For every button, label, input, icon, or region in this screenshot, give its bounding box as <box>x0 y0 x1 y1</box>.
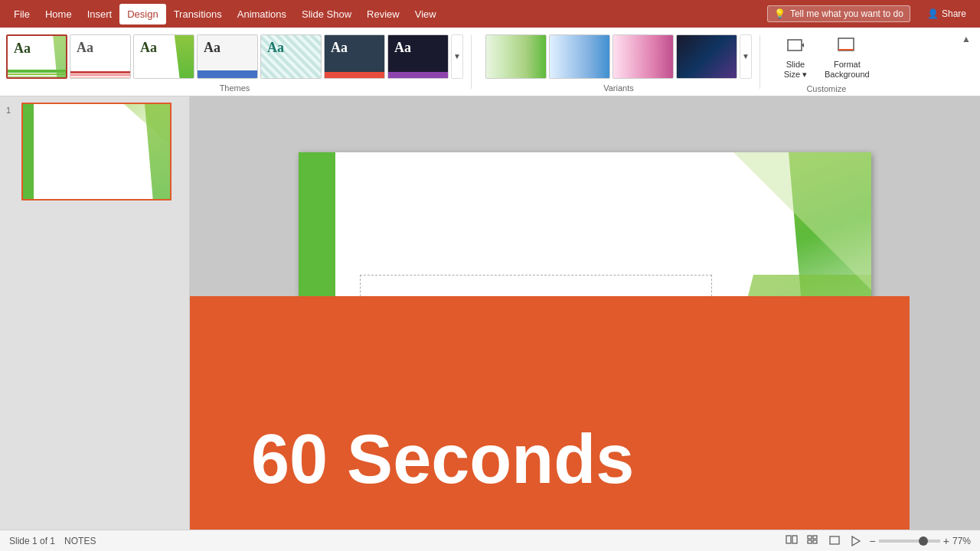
canvas-area: Click to add title subtitle 60 Seconds <box>190 96 980 530</box>
menu-file[interactable]: File <box>6 4 38 24</box>
svg-rect-3 <box>786 536 791 543</box>
svg-rect-0 <box>788 40 802 51</box>
menu-view[interactable]: View <box>407 4 444 24</box>
menu-animations[interactable]: Animations <box>230 4 294 24</box>
menu-transitions[interactable]: Transitions <box>166 4 230 24</box>
format-background-icon <box>835 34 859 58</box>
menu-design[interactable]: Design <box>119 4 165 24</box>
ribbon-collapse-button[interactable]: ▲ <box>959 32 974 46</box>
menu-bar: File Home Insert Design Transitions Anim… <box>0 0 980 28</box>
variant-4[interactable] <box>676 34 737 79</box>
svg-rect-4 <box>792 536 797 543</box>
svg-rect-1 <box>838 38 854 51</box>
search-label[interactable]: Tell me what you want to do <box>790 8 903 19</box>
slide-info: Slide 1 of 1 <box>9 536 55 546</box>
theme-6[interactable]: Aa <box>324 34 385 79</box>
ribbon: Aa Aa Aa <box>0 28 980 96</box>
theme-2[interactable]: Aa <box>70 34 131 79</box>
main-area: 1 Click to add title subti <box>0 96 980 530</box>
status-right: − + 77% <box>784 533 971 549</box>
share-label: Share <box>942 8 966 19</box>
format-background-label: FormatBackground <box>825 60 870 80</box>
zoom-slider[interactable] <box>879 540 940 543</box>
slide-item-1[interactable]: 1 <box>6 103 183 201</box>
theme-7[interactable]: Aa <box>387 34 449 79</box>
menu-insert[interactable]: Insert <box>80 4 120 24</box>
svg-rect-9 <box>830 536 839 544</box>
search-box[interactable]: 💡 Tell me what you want to do <box>767 5 910 22</box>
themes-label: Themes <box>6 83 463 93</box>
zoom-level[interactable]: 77% <box>952 536 971 546</box>
slide-number: 1 <box>6 106 17 115</box>
status-left: Slide 1 of 1 NOTES <box>9 536 96 546</box>
themes-scroll-down[interactable]: ▼ <box>451 34 463 79</box>
themes-section: Aa Aa Aa <box>6 28 463 96</box>
zoom-in-icon[interactable]: + <box>943 535 949 547</box>
zoom-control: − + 77% <box>870 535 971 547</box>
theme-1[interactable]: Aa <box>6 34 67 79</box>
slide-size-label: SlideSize ▾ <box>784 60 807 80</box>
menu-home[interactable]: Home <box>38 4 80 24</box>
svg-rect-8 <box>813 540 817 543</box>
orange-overlay: 60 Seconds <box>190 296 910 530</box>
notes-label[interactable]: NOTES <box>64 536 96 546</box>
format-background-button[interactable]: FormatBackground <box>818 31 876 83</box>
slide-sorter-icon[interactable] <box>805 533 821 549</box>
variants-row: ▼ <box>485 31 752 82</box>
variants-label: Variants <box>485 83 752 93</box>
canvas-corner-shape <box>733 152 871 290</box>
customize-buttons: SlideSize ▾ FormatBackground <box>777 31 876 83</box>
slide-panel: 1 <box>0 96 190 530</box>
variants-section: ▼ Variants <box>485 28 752 96</box>
slide-size-button[interactable]: SlideSize ▾ <box>777 31 814 83</box>
zoom-thumb <box>919 536 928 546</box>
status-bar: Slide 1 of 1 NOTES − + 77% <box>0 530 980 551</box>
slide-size-icon <box>783 34 808 58</box>
themes-row: Aa Aa Aa <box>6 31 463 82</box>
svg-rect-2 <box>838 49 854 51</box>
svg-rect-5 <box>808 536 812 539</box>
customize-label: Customize <box>806 84 846 93</box>
normal-view-icon[interactable] <box>784 533 799 549</box>
svg-rect-7 <box>808 540 812 543</box>
slide-thumbnail[interactable] <box>21 103 172 201</box>
lightbulb-icon: 💡 <box>774 8 786 19</box>
overlay-text: 60 Seconds <box>251 420 634 499</box>
svg-rect-6 <box>813 536 817 539</box>
zoom-out-icon[interactable]: − <box>870 535 876 547</box>
share-button[interactable]: 👤 Share <box>920 5 974 22</box>
slideshow-icon[interactable] <box>848 533 864 549</box>
menu-slideshow[interactable]: Slide Show <box>294 4 359 24</box>
theme-4[interactable]: Aa <box>197 34 258 79</box>
customize-section: SlideSize ▾ FormatBackground Customize <box>777 28 876 96</box>
theme-3[interactable]: Aa <box>133 34 194 79</box>
reading-view-icon[interactable] <box>827 533 842 549</box>
variant-1[interactable] <box>485 34 547 79</box>
variants-scroll-down[interactable]: ▼ <box>740 34 752 79</box>
variant-3[interactable] <box>612 34 674 79</box>
theme-5[interactable]: Aa <box>260 34 322 79</box>
menu-review[interactable]: Review <box>359 4 407 24</box>
person-icon: 👤 <box>927 8 939 19</box>
svg-marker-10 <box>852 536 860 546</box>
variant-2[interactable] <box>549 34 610 79</box>
